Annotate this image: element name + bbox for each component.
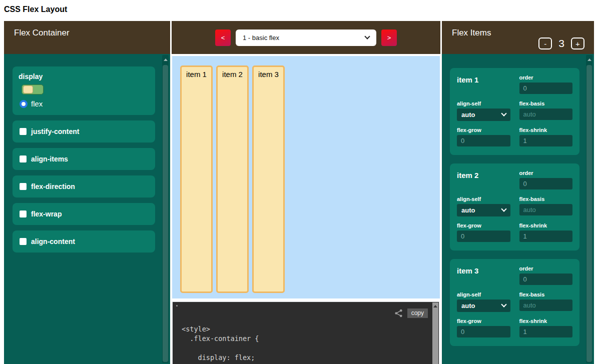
flex-basis-label: flex-basis (519, 100, 573, 106)
share-icon[interactable] (394, 309, 403, 318)
option-align-content[interactable]: align-content (13, 230, 155, 252)
flex-grow-field: flex-grow 0 (457, 127, 510, 148)
item-card-title: item 2 (457, 170, 510, 190)
flex-basis-input[interactable]: auto (519, 204, 573, 216)
checkbox-icon[interactable] (20, 183, 27, 190)
option-flex-direction[interactable]: flex-direction (13, 176, 155, 198)
code-line (182, 344, 429, 353)
scrollbar-thumb[interactable] (586, 65, 592, 362)
scroll-up-icon[interactable] (162, 56, 169, 62)
order-label: order (519, 266, 573, 272)
order-input[interactable]: 0 (519, 178, 573, 190)
align-self-field: align-self auto (457, 100, 510, 122)
flex-shrink-label: flex-shrink (519, 127, 573, 133)
flex-shrink-label: flex-shrink (519, 222, 573, 228)
display-toggle[interactable] (22, 84, 44, 94)
flex-shrink-input[interactable]: 1 (519, 135, 573, 146)
left-panel-scrollbar[interactable] (162, 55, 169, 363)
item-card-title: item 3 (457, 266, 510, 286)
order-field: order 0 (519, 170, 573, 190)
flex-basis-field: flex-basis auto (519, 196, 573, 218)
flex-grow-label: flex-grow (457, 222, 510, 228)
checkbox-icon[interactable] (20, 128, 27, 135)
align-self-select[interactable]: auto (457, 108, 510, 121)
option-align-items[interactable]: align-items (13, 148, 155, 170)
checkbox-icon[interactable] (20, 238, 27, 245)
scroll-up-icon[interactable] (586, 56, 592, 62)
copy-button[interactable]: copy (407, 308, 428, 318)
item-1-card: item 1 order 0 align-self auto flex-basi… (450, 68, 579, 155)
exercise-select-value: 1 - basic flex (243, 34, 279, 42)
radio-checked-icon[interactable] (20, 100, 28, 108)
checkbox-icon[interactable] (20, 156, 27, 162)
flex-shrink-input[interactable]: 1 (519, 326, 573, 338)
preview-panel: < 1 - basic flex > item 1 item 2 item 3 … (172, 21, 440, 364)
flex-grow-field: flex-grow 0 (457, 222, 510, 243)
option-justify-content[interactable]: justify-content (13, 120, 155, 142)
display-card: display flex (13, 66, 155, 115)
scroll-up-icon[interactable] (432, 302, 438, 310)
align-self-label: align-self (457, 196, 510, 202)
align-self-field: align-self auto (457, 196, 510, 218)
next-exercise-button[interactable]: > (381, 30, 397, 46)
code-dot (176, 305, 178, 306)
option-label: align-items (31, 155, 68, 163)
order-field: order 0 (519, 74, 573, 95)
item-counter: - 3 + (538, 38, 584, 50)
align-self-label: align-self (457, 100, 510, 106)
flex-basis-label: flex-basis (519, 196, 573, 202)
preview-item-3: item 3 (252, 66, 285, 293)
flex-container-title: Flex Container (14, 28, 70, 38)
align-self-select[interactable]: auto (457, 204, 510, 216)
flex-basis-field: flex-basis auto (519, 100, 573, 122)
flex-grow-input[interactable]: 0 (457, 135, 510, 146)
flex-grow-input[interactable]: 0 (457, 326, 510, 338)
flex-basis-field: flex-basis auto (519, 292, 573, 313)
flex-shrink-field: flex-shrink 1 (519, 222, 573, 243)
item-2-card: item 2 order 0 align-self auto flex-basi… (450, 164, 579, 250)
exercise-select[interactable]: 1 - basic flex (236, 30, 376, 46)
order-label: order (519, 170, 573, 176)
option-label: align-content (31, 238, 75, 246)
preview-item-1: item 1 (180, 66, 213, 293)
order-label: order (519, 74, 573, 80)
flex-shrink-field: flex-shrink 1 (519, 127, 573, 148)
option-label: flex-direction (31, 182, 75, 190)
align-self-field: align-self auto (457, 292, 510, 313)
flex-items-panel: Flex Items - 3 + item 1 order 0 align-se… (442, 21, 594, 364)
add-item-button[interactable]: + (571, 38, 584, 50)
checkbox-icon[interactable] (20, 210, 27, 218)
align-self-select[interactable]: auto (457, 300, 510, 312)
item-card-title: item 1 (457, 74, 510, 95)
option-flex-wrap[interactable]: flex-wrap (13, 203, 155, 225)
toggle-knob (23, 86, 33, 94)
code-block: copy <style> .flex-container { display: … (172, 302, 439, 364)
flex-grow-label: flex-grow (457, 318, 510, 324)
exercise-nav: < 1 - basic flex > (172, 21, 440, 54)
flex-shrink-field: flex-shrink 1 (519, 318, 573, 338)
flex-basis-input[interactable]: auto (519, 108, 573, 120)
right-panel-scrollbar[interactable] (586, 55, 592, 363)
code-content: <style> .flex-container { display: flex; (182, 324, 429, 362)
code-toolbar: copy (394, 308, 428, 318)
flex-container-panel: Flex Container display flex justify-cont… (4, 21, 170, 364)
remove-item-button[interactable]: - (538, 38, 552, 50)
flex-basis-input[interactable]: auto (519, 300, 573, 311)
prev-exercise-button[interactable]: < (215, 30, 231, 46)
order-input[interactable]: 0 (519, 274, 573, 285)
preview-item-2: item 2 (216, 66, 249, 293)
item-count: 3 (558, 38, 564, 50)
flex-shrink-input[interactable]: 1 (519, 230, 573, 242)
scrollbar-thumb[interactable] (432, 310, 438, 364)
code-scrollbar[interactable] (432, 302, 438, 364)
page-title: CSS Flex Layout (4, 5, 67, 14)
flex-preview-container: item 1 item 2 item 3 (172, 56, 440, 298)
align-self-value: auto (461, 206, 475, 214)
display-flex-label: flex (31, 100, 43, 108)
scrollbar-thumb[interactable] (163, 65, 168, 362)
display-flex-option[interactable]: flex (20, 100, 149, 108)
flex-grow-input[interactable]: 0 (457, 230, 510, 242)
display-label: display (19, 72, 149, 80)
order-input[interactable]: 0 (519, 82, 573, 94)
flex-items-title: Flex Items (452, 28, 491, 38)
